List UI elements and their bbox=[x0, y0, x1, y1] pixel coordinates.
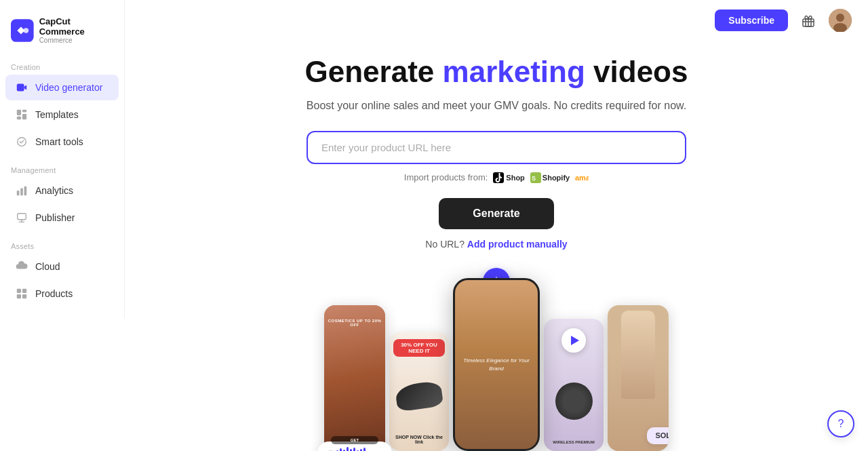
svg-rect-6 bbox=[17, 117, 21, 120]
preview-area: COSMETICS UP TO 20% OFF GET ⏸ bbox=[125, 262, 868, 451]
hero-subtitle: Boost your online sales and meet your GM… bbox=[152, 100, 841, 112]
search-input[interactable] bbox=[307, 131, 686, 164]
platform-icons: Shop S Shopify amazon bbox=[493, 172, 589, 183]
svg-rect-4 bbox=[22, 110, 26, 113]
tiktok-label: Shop bbox=[506, 174, 525, 182]
cosmetics-text: COSMETICS UP TO 20% OFF bbox=[324, 319, 385, 327]
svg-rect-13 bbox=[22, 289, 26, 293]
import-row: Import products from: Shop S Shopify ama… bbox=[152, 172, 841, 183]
sidebar-item-label: Smart tools bbox=[35, 136, 83, 147]
sidebar-item-products[interactable]: Products bbox=[5, 281, 119, 307]
wave-bar bbox=[340, 448, 342, 451]
header: Subscribe bbox=[125, 0, 868, 41]
sidebar-item-video-generator[interactable]: Video generator bbox=[5, 75, 119, 100]
generate-button[interactable]: Generate bbox=[439, 198, 553, 229]
discount-badge: 30% OFF YOU NEED IT bbox=[393, 339, 445, 357]
wave-bar bbox=[363, 448, 366, 452]
analytics-icon bbox=[15, 184, 28, 197]
sidebar-item-label: Video generator bbox=[35, 82, 102, 93]
wave-bar bbox=[353, 448, 355, 451]
sidebar-item-label: Products bbox=[35, 288, 73, 299]
no-url-text: No URL? bbox=[425, 239, 465, 250]
svg-rect-14 bbox=[17, 294, 21, 298]
svg-rect-15 bbox=[22, 294, 26, 298]
add-product-link[interactable]: Add product manually bbox=[467, 239, 568, 250]
subscribe-button[interactable]: Subscribe bbox=[715, 9, 788, 31]
sidebar-item-label: Publisher bbox=[35, 212, 75, 223]
smart-tools-icon bbox=[15, 135, 28, 149]
app-name: CapCut Commerce bbox=[39, 16, 113, 37]
import-label: Import products from: bbox=[404, 172, 488, 182]
sidebar-item-label: Analytics bbox=[35, 185, 73, 196]
amazon-platform: amazon bbox=[575, 173, 589, 182]
svg-text:S: S bbox=[532, 175, 536, 182]
headphones-card: WIRELESS PREMIUM bbox=[544, 319, 604, 451]
svg-text:amazon: amazon bbox=[575, 174, 589, 182]
sidebar-item-publisher[interactable]: Publisher bbox=[5, 205, 119, 231]
sneaker-card: 30% OFF YOU NEED IT SHOP NOW Click the l… bbox=[389, 332, 449, 451]
gift-icon-button[interactable] bbox=[796, 8, 821, 33]
help-button[interactable]: ? bbox=[827, 410, 854, 437]
wave-bar bbox=[347, 447, 349, 451]
templates-icon bbox=[15, 108, 28, 121]
main-content: Subscribe Generate marketing videos Boos… bbox=[125, 0, 868, 451]
wave-bars bbox=[336, 447, 366, 451]
tiktok-platform: Shop bbox=[493, 172, 525, 183]
svg-rect-5 bbox=[22, 114, 26, 119]
title-highlight: marketing bbox=[443, 55, 585, 88]
shop-now: SHOP NOW Click the link bbox=[393, 435, 445, 444]
user-avatar[interactable] bbox=[829, 9, 852, 32]
wave-bar bbox=[360, 449, 362, 452]
title-pre: Generate bbox=[305, 55, 443, 88]
section-assets-label: Assets bbox=[0, 237, 124, 253]
sneaker-image bbox=[395, 380, 444, 412]
cosmetics-cta[interactable]: GET bbox=[331, 436, 378, 444]
chat-bubble: SOLD ▶ bbox=[647, 427, 669, 444]
svg-rect-12 bbox=[17, 289, 21, 293]
sidebar-item-label: Templates bbox=[35, 109, 79, 120]
sidebar-item-templates[interactable]: Templates bbox=[5, 102, 119, 128]
center-phone-wrapper: Timeless Elegance for Your Brand bbox=[453, 278, 540, 451]
video-icon bbox=[15, 81, 28, 94]
sidebar-item-cloud[interactable]: Cloud bbox=[5, 254, 119, 279]
cosmetics-card: COSMETICS UP TO 20% OFF GET ⏸ bbox=[324, 305, 385, 451]
sidebar-item-analytics[interactable]: Analytics bbox=[5, 178, 119, 203]
svg-rect-10 bbox=[24, 187, 27, 196]
shopify-label: Shopify bbox=[542, 174, 570, 182]
search-bar-container bbox=[307, 131, 686, 164]
publisher-icon bbox=[15, 211, 28, 224]
cloud-icon bbox=[15, 260, 28, 273]
svg-rect-2 bbox=[17, 84, 24, 92]
svg-rect-9 bbox=[20, 188, 23, 195]
products-icon bbox=[15, 287, 28, 300]
sidebar-item-label: Cloud bbox=[35, 261, 60, 272]
svg-rect-3 bbox=[17, 110, 21, 115]
fashion-card: SOLD ▶ bbox=[608, 305, 669, 451]
app-subtitle: Commerce bbox=[39, 37, 113, 44]
headphone-image bbox=[555, 383, 593, 420]
play-triangle bbox=[571, 336, 579, 345]
hero-section: Generate marketing videos Boost your onl… bbox=[125, 41, 868, 262]
no-url-row: No URL? Add product manually bbox=[152, 239, 841, 250]
sidebar-item-smart-tools[interactable]: Smart tools bbox=[5, 129, 119, 155]
section-management-label: Management bbox=[0, 161, 124, 177]
center-phone: Timeless Elegance for Your Brand bbox=[453, 278, 540, 451]
section-creation-label: Creation bbox=[0, 58, 124, 74]
sidebar: CapCut Commerce Commerce Creation Video … bbox=[0, 0, 125, 451]
svg-rect-11 bbox=[18, 214, 26, 220]
title-post: videos bbox=[585, 55, 688, 88]
shopify-platform: S Shopify bbox=[530, 172, 570, 183]
phone-center-text: Timeless Elegance for Your Brand bbox=[463, 357, 530, 372]
svg-point-19 bbox=[836, 14, 844, 22]
hero-title: Generate marketing videos bbox=[152, 54, 841, 90]
preview-wrapper: COSMETICS UP TO 20% OFF GET ⏸ bbox=[324, 278, 669, 451]
headphone-label: WIRELESS PREMIUM bbox=[553, 440, 594, 444]
svg-rect-8 bbox=[17, 191, 20, 195]
svg-point-1 bbox=[24, 28, 28, 33]
app-logo: CapCut Commerce Commerce bbox=[0, 11, 124, 58]
play-badge bbox=[561, 328, 586, 353]
